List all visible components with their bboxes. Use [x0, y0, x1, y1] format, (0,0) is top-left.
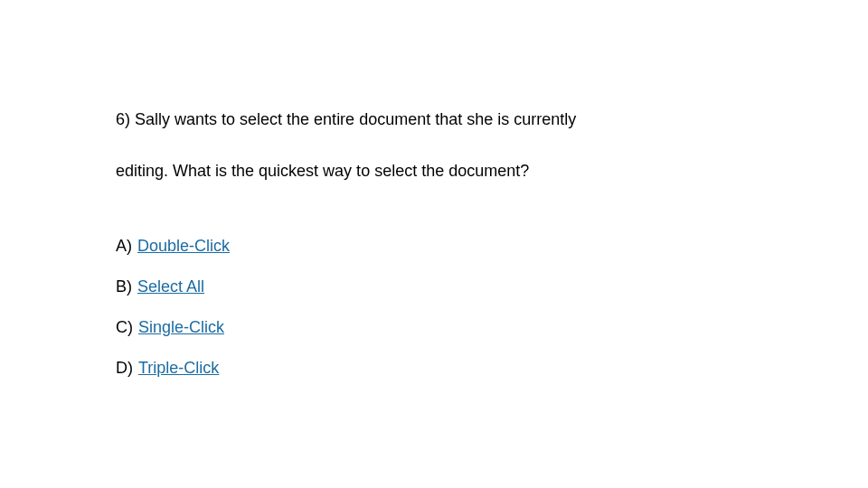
option-prefix: A) — [116, 237, 132, 256]
option-a-link[interactable]: Double-Click — [137, 237, 230, 256]
question-block: 6) Sally wants to select the entire docu… — [116, 108, 749, 399]
question-text-line-2: editing. What is the quickest way to sel… — [116, 160, 749, 183]
question-text-line-1: 6) Sally wants to select the entire docu… — [116, 108, 749, 131]
option-c: C) Single-Click — [116, 318, 749, 337]
option-d: D) Triple-Click — [116, 359, 749, 378]
option-prefix: C) — [116, 318, 133, 337]
option-d-link[interactable]: Triple-Click — [138, 359, 219, 378]
option-a: A) Double-Click — [116, 237, 749, 256]
option-prefix: D) — [116, 359, 133, 378]
option-b: B) Select All — [116, 277, 749, 296]
option-prefix: B) — [116, 277, 132, 296]
option-c-link[interactable]: Single-Click — [138, 318, 224, 337]
option-b-link[interactable]: Select All — [137, 277, 204, 296]
